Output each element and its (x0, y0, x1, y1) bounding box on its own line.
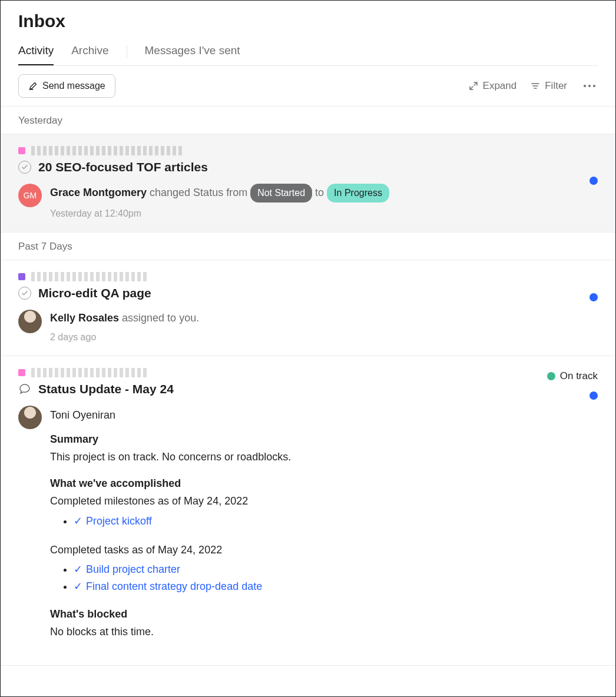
list-item: ✓Final content strategy drop-dead date (74, 578, 598, 595)
avatar (18, 406, 42, 429)
compose-icon (28, 81, 38, 91)
task-check-icon[interactable] (18, 161, 31, 174)
status-pill-to: In Progress (327, 184, 389, 203)
activity-text: Grace Montgomery changed Status from Not… (50, 184, 598, 203)
timestamp: 2 days ago (50, 332, 598, 343)
accomplished-heading: What we've accomplished (50, 477, 598, 490)
summary-heading: Summary (50, 433, 598, 446)
avatar: GM (18, 184, 42, 207)
unread-indicator (589, 177, 598, 185)
status-badge: On track (547, 370, 598, 382)
expand-icon (469, 81, 478, 91)
task-check-icon[interactable] (18, 287, 31, 300)
project-name-redacted (31, 146, 184, 155)
notification-item[interactable]: On track Status Update - May 24 Toni Oye… (1, 356, 615, 666)
project-color-icon (18, 273, 25, 280)
update-author: Toni Oyeniran (50, 409, 598, 421)
dot-icon (588, 85, 591, 87)
tab-messages-sent[interactable]: Messages I've sent (145, 38, 240, 65)
page-title: Inbox (18, 11, 598, 31)
tabs: Activity Archive Messages I've sent (18, 38, 598, 66)
project-name-redacted (31, 368, 149, 377)
avatar (18, 310, 42, 333)
task-link[interactable]: Build project charter (86, 563, 180, 575)
activity-text: Kelly Rosales assigned to you. (50, 310, 598, 327)
filter-button[interactable]: Filter (531, 80, 567, 92)
tab-activity[interactable]: Activity (18, 38, 54, 65)
comment-icon (18, 383, 31, 396)
tab-archive[interactable]: Archive (71, 38, 108, 65)
task-title: Micro-edit QA page (38, 286, 151, 300)
unread-indicator (589, 293, 598, 301)
task-title: 20 SEO-focused TOF articles (38, 160, 208, 174)
task-title: Status Update - May 24 (38, 382, 174, 396)
notification-item[interactable]: Micro-edit QA page Kelly Rosales assigne… (1, 260, 615, 357)
project-name-redacted (31, 272, 149, 281)
expand-label: Expand (483, 80, 517, 92)
more-options-button[interactable] (581, 82, 598, 89)
unread-indicator (589, 391, 598, 400)
send-message-button[interactable]: Send message (18, 74, 115, 98)
blocked-text: No blocks at this time. (50, 624, 598, 639)
tab-divider (127, 45, 127, 58)
toolbar: Send message Expand Filter (1, 66, 615, 107)
send-message-label: Send message (42, 81, 105, 91)
milestone-link[interactable]: Project kickoff (86, 515, 152, 527)
project-color-icon (18, 147, 25, 154)
section-yesterday: Yesterday (1, 107, 615, 134)
task-link[interactable]: Final content strategy drop-dead date (86, 580, 262, 592)
check-icon: ✓ (74, 515, 82, 527)
blocked-heading: What's blocked (50, 608, 598, 620)
project-color-icon (18, 369, 25, 376)
check-icon: ✓ (74, 580, 82, 592)
list-item: ✓Project kickoff (74, 513, 598, 530)
status-pill-from: Not Started (250, 184, 312, 203)
filter-label: Filter (545, 80, 567, 92)
check-icon: ✓ (74, 563, 82, 575)
list-item: ✓Build project charter (74, 561, 598, 578)
milestones-label: Completed milestones as of May 24, 2022 (50, 493, 598, 509)
timestamp: Yesterday at 12:40pm (50, 208, 598, 219)
notification-item[interactable]: 20 SEO-focused TOF articles GM Grace Mon… (1, 134, 615, 233)
section-past7: Past 7 Days (1, 233, 615, 260)
status-dot-icon (547, 372, 555, 380)
expand-button[interactable]: Expand (469, 80, 517, 92)
dot-icon (593, 85, 595, 87)
tasks-label: Completed tasks as of May 24, 2022 (50, 542, 598, 557)
summary-text: This project is on track. No concerns or… (50, 449, 598, 464)
dot-icon (584, 85, 586, 87)
filter-icon (531, 81, 540, 91)
